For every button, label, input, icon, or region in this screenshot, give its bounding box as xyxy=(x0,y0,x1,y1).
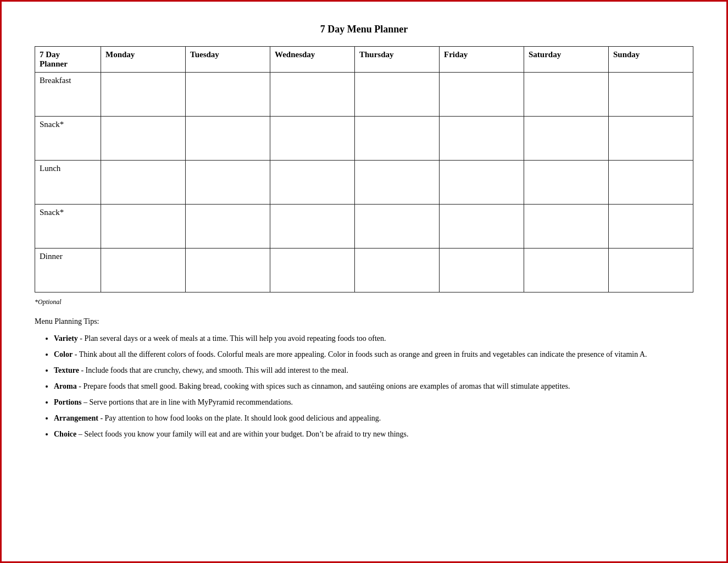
meal-label: Snack* xyxy=(35,205,101,249)
tip-keyword: Portions xyxy=(54,398,82,406)
meal-cell[interactable] xyxy=(101,73,186,117)
meal-cell[interactable] xyxy=(101,161,186,205)
table-row: Dinner xyxy=(35,249,693,292)
meal-label: Breakfast xyxy=(35,73,101,117)
meal-cell[interactable] xyxy=(101,117,186,161)
tips-title: Menu Planning Tips: xyxy=(35,317,693,326)
meal-cell[interactable] xyxy=(524,117,609,161)
tip-item: Portions – Serve portions that are in li… xyxy=(54,396,693,408)
meal-cell[interactable] xyxy=(609,117,693,161)
meal-cell[interactable] xyxy=(440,161,524,205)
tip-keyword: Aroma xyxy=(54,382,77,390)
table-row: Snack* xyxy=(35,117,693,161)
meal-cell[interactable] xyxy=(186,73,270,117)
meal-cell[interactable] xyxy=(355,161,440,205)
meal-cell[interactable] xyxy=(524,249,609,292)
table-body: BreakfastSnack*LunchSnack*Dinner xyxy=(35,73,693,292)
meal-cell[interactable] xyxy=(186,161,270,205)
meal-cell[interactable] xyxy=(186,117,270,161)
tip-item: Aroma - Prepare foods that smell good. B… xyxy=(54,380,693,392)
planner-table: 7 DayPlanner Monday Tuesday Wednesday Th… xyxy=(35,46,693,292)
tip-item: Color - Think about all the different co… xyxy=(54,349,693,360)
optional-note: *Optional xyxy=(35,298,693,306)
meal-cell[interactable] xyxy=(440,249,524,292)
meal-label: Dinner xyxy=(35,249,101,292)
meal-cell[interactable] xyxy=(609,73,693,117)
meal-cell[interactable] xyxy=(101,205,186,249)
header-monday: Monday xyxy=(101,47,186,73)
table-header-row: 7 DayPlanner Monday Tuesday Wednesday Th… xyxy=(35,47,693,73)
meal-cell[interactable] xyxy=(355,249,440,292)
meal-cell[interactable] xyxy=(270,117,355,161)
meal-cell[interactable] xyxy=(609,161,693,205)
tip-item: Choice – Select foods you know your fami… xyxy=(54,428,693,440)
tips-list: Variety - Plan several days or a week of… xyxy=(35,333,693,440)
meal-cell[interactable] xyxy=(609,249,693,292)
meal-cell[interactable] xyxy=(355,73,440,117)
tip-keyword: Variety xyxy=(54,334,78,343)
header-tuesday: Tuesday xyxy=(186,47,270,73)
table-row: Snack* xyxy=(35,205,693,249)
tip-keyword: Choice xyxy=(54,430,76,438)
meal-cell[interactable] xyxy=(524,73,609,117)
meal-cell[interactable] xyxy=(609,205,693,249)
meal-label: Snack* xyxy=(35,117,101,161)
meal-cell[interactable] xyxy=(270,249,355,292)
header-saturday: Saturday xyxy=(524,47,609,73)
meal-cell[interactable] xyxy=(270,73,355,117)
meal-cell[interactable] xyxy=(440,117,524,161)
tips-section: Menu Planning Tips: Variety - Plan sever… xyxy=(35,317,693,440)
header-wednesday: Wednesday xyxy=(270,47,355,73)
header-thursday: Thursday xyxy=(355,47,440,73)
tip-keyword: Color xyxy=(54,350,73,358)
header-sunday: Sunday xyxy=(609,47,693,73)
header-col0: 7 DayPlanner xyxy=(35,47,101,73)
meal-label: Lunch xyxy=(35,161,101,205)
page-container: 7 Day Menu Planner 7 DayPlanner Monday T… xyxy=(0,0,728,563)
tip-item: Arrangement - Pay attention to how food … xyxy=(54,412,693,424)
tip-item: Variety - Plan several days or a week of… xyxy=(54,333,693,344)
meal-cell[interactable] xyxy=(270,205,355,249)
meal-cell[interactable] xyxy=(355,205,440,249)
table-row: Breakfast xyxy=(35,73,693,117)
page-title: 7 Day Menu Planner xyxy=(35,24,693,35)
meal-cell[interactable] xyxy=(440,73,524,117)
meal-cell[interactable] xyxy=(524,161,609,205)
header-friday: Friday xyxy=(440,47,524,73)
tip-keyword: Texture xyxy=(54,366,79,374)
meal-cell[interactable] xyxy=(270,161,355,205)
meal-cell[interactable] xyxy=(186,205,270,249)
meal-cell[interactable] xyxy=(355,117,440,161)
meal-cell[interactable] xyxy=(101,249,186,292)
meal-cell[interactable] xyxy=(440,205,524,249)
tip-item: Texture - Include foods that are crunchy… xyxy=(54,365,693,376)
meal-cell[interactable] xyxy=(524,205,609,249)
meal-cell[interactable] xyxy=(186,249,270,292)
table-row: Lunch xyxy=(35,161,693,205)
tip-keyword: Arrangement xyxy=(54,414,98,422)
